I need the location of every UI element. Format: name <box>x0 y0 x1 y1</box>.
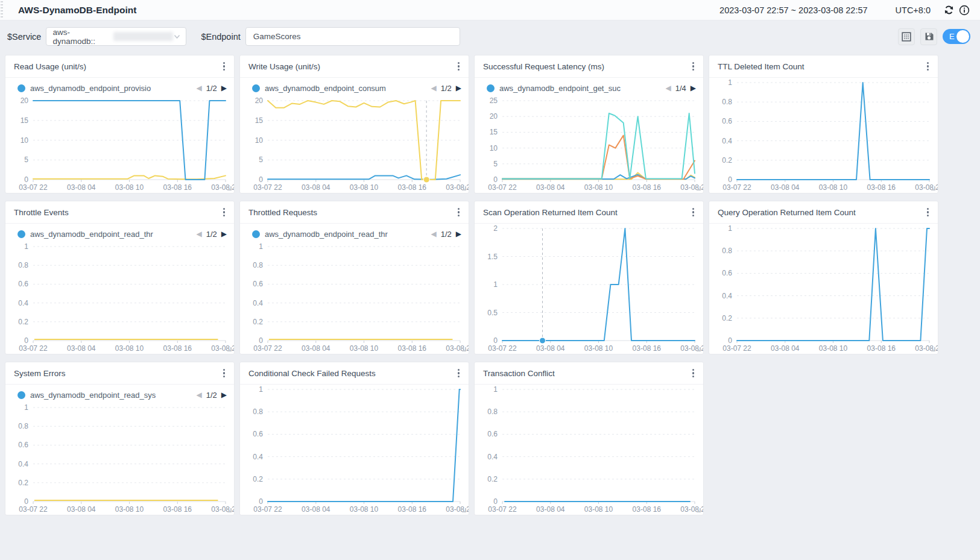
kebab-menu-icon[interactable] <box>925 59 931 73</box>
svg-text:20: 20 <box>490 112 498 121</box>
legend-prev-icon[interactable]: ◀ <box>431 230 436 238</box>
svg-text:03-08 16: 03-08 16 <box>398 344 427 353</box>
line-chart[interactable]: 00.511.5203-07 2203-08 0403-08 1003-08 1… <box>475 224 703 354</box>
kebab-menu-icon[interactable] <box>456 366 462 380</box>
resize-handle-icon[interactable] <box>931 347 935 351</box>
resize-handle-icon[interactable] <box>227 347 232 351</box>
service-label: $Service <box>7 32 41 42</box>
resize-handle-icon[interactable] <box>227 508 232 512</box>
kebab-menu-icon[interactable] <box>221 205 227 219</box>
legend-series-label[interactable]: aws_dynamodb_endpoint_read_thr <box>30 230 153 239</box>
svg-text:0: 0 <box>24 336 28 345</box>
legend-next-icon[interactable]: ▶ <box>221 391 227 398</box>
panel-title: Throttle Events <box>14 208 69 217</box>
line-chart[interactable]: 0510152003-07 2203-08 0403-08 1003-08 16… <box>5 96 234 193</box>
svg-text:0: 0 <box>24 497 28 506</box>
svg-text:0.4: 0.4 <box>18 460 28 468</box>
kebab-menu-icon[interactable] <box>456 205 462 219</box>
edit-mode-toggle[interactable]: E <box>943 29 970 44</box>
svg-text:20: 20 <box>255 96 264 105</box>
service-value: aws-dynamodb:: <box>52 28 112 46</box>
line-chart[interactable]: 00.20.40.60.8103-07 2203-08 0403-08 1003… <box>709 78 938 193</box>
kebab-menu-icon[interactable] <box>456 59 462 73</box>
svg-text:03-08 04: 03-08 04 <box>67 505 96 514</box>
service-select[interactable]: aws-dynamodb:: <box>46 27 186 46</box>
resize-handle-icon[interactable] <box>462 347 466 351</box>
legend-page-indicator: 1/2 <box>206 230 217 239</box>
legend-series-label[interactable]: aws_dynamodb_endpoint_provisio <box>30 84 151 93</box>
svg-text:0.2: 0.2 <box>253 475 263 483</box>
svg-text:25: 25 <box>490 96 498 105</box>
legend-series-label[interactable]: aws_dynamodb_endpoint_get_suc <box>499 84 621 93</box>
info-icon[interactable] <box>958 4 970 16</box>
line-chart[interactable]: 00.20.40.60.8103-07 2203-08 0403-08 1003… <box>709 224 938 354</box>
line-chart[interactable]: 00.20.40.60.8103-07 2203-08 0403-08 1003… <box>475 385 703 515</box>
endpoint-input[interactable] <box>245 27 460 46</box>
resize-handle-icon[interactable] <box>697 186 701 190</box>
legend: aws_dynamodb_endpoint_read_sys ◀ 1/2 ▶ <box>5 385 234 403</box>
svg-text:0.8: 0.8 <box>722 98 732 106</box>
line-chart[interactable]: 00.20.40.60.8103-07 2203-08 0403-08 1003… <box>5 242 234 354</box>
legend-next-icon[interactable]: ▶ <box>221 84 227 92</box>
resize-handle-icon[interactable] <box>931 186 935 190</box>
legend-series-label[interactable]: aws_dynamodb_endpoint_read_sys <box>30 391 156 400</box>
legend-prev-icon[interactable]: ◀ <box>431 84 436 92</box>
time-range[interactable]: 2023-03-07 22:57 ~ 2023-03-08 22:57 <box>719 5 868 15</box>
legend-prev-icon[interactable]: ◀ <box>196 391 201 398</box>
legend-page-indicator: 1/4 <box>675 84 686 93</box>
svg-text:0.4: 0.4 <box>722 137 732 145</box>
line-chart[interactable]: 0510152003-07 2203-08 0403-08 1003-08 16… <box>240 96 469 193</box>
legend-prev-icon[interactable]: ◀ <box>196 84 201 92</box>
chart-panel: System Errors aws_dynamodb_endpoint_read… <box>5 362 235 515</box>
line-chart[interactable]: 00.20.40.60.8103-07 2203-08 0403-08 1003… <box>5 403 234 515</box>
kebab-menu-icon[interactable] <box>691 366 697 380</box>
resize-handle-icon[interactable] <box>227 186 232 190</box>
svg-text:0.6: 0.6 <box>18 280 28 288</box>
resize-handle-icon[interactable] <box>462 508 466 512</box>
svg-text:03-08 04: 03-08 04 <box>536 505 565 514</box>
legend-next-icon[interactable]: ▶ <box>456 84 461 92</box>
save-button[interactable] <box>920 28 937 45</box>
legend-prev-icon[interactable]: ◀ <box>665 84 671 92</box>
drag-handle[interactable] <box>1 1 3 19</box>
panel-title: Conditional Check Failed Requests <box>248 369 376 378</box>
legend: aws_dynamodb_endpoint_read_thr ◀ 1/2 ▶ <box>240 224 469 242</box>
panel-title: Successful Request Latency (ms) <box>483 62 604 71</box>
timezone[interactable]: UTC+8:0 <box>896 5 931 15</box>
svg-text:1: 1 <box>493 385 498 394</box>
resize-handle-icon[interactable] <box>697 508 701 512</box>
line-chart[interactable]: 051015202503-07 2203-08 0403-08 1003-08 … <box>475 96 703 193</box>
refresh-icon[interactable] <box>943 4 955 16</box>
svg-text:03-08 10: 03-08 10 <box>115 344 144 353</box>
kebab-menu-icon[interactable] <box>925 205 931 219</box>
kebab-menu-icon[interactable] <box>691 205 697 219</box>
legend-next-icon[interactable]: ▶ <box>691 84 696 92</box>
svg-text:03-07 22: 03-07 22 <box>19 344 48 353</box>
svg-text:03-08 10: 03-08 10 <box>115 505 144 514</box>
legend-series-dot <box>487 84 495 92</box>
table-view-button[interactable] <box>898 28 915 45</box>
legend-next-icon[interactable]: ▶ <box>456 230 461 238</box>
resize-handle-icon[interactable] <box>697 347 701 351</box>
svg-text:2: 2 <box>493 224 498 233</box>
legend-next-icon[interactable]: ▶ <box>221 230 227 238</box>
kebab-menu-icon[interactable] <box>221 366 227 380</box>
svg-text:0: 0 <box>728 336 732 345</box>
svg-text:1: 1 <box>728 78 732 87</box>
kebab-menu-icon[interactable] <box>691 59 697 73</box>
line-chart[interactable]: 00.20.40.60.8103-07 2203-08 0403-08 1003… <box>240 385 469 515</box>
kebab-menu-icon[interactable] <box>221 59 227 73</box>
svg-text:0.6: 0.6 <box>722 269 732 277</box>
line-chart[interactable]: 00.20.40.60.8103-07 2203-08 0403-08 1003… <box>240 242 469 354</box>
svg-text:10: 10 <box>490 144 498 153</box>
panel-title: System Errors <box>14 369 66 378</box>
legend-series-label[interactable]: aws_dynamodb_endpoint_read_thr <box>265 230 388 239</box>
legend-series-label[interactable]: aws_dynamodb_endpoint_consum <box>265 84 386 93</box>
legend-prev-icon[interactable]: ◀ <box>196 230 201 238</box>
svg-text:03-08 16: 03-08 16 <box>867 183 896 192</box>
svg-text:03-08 10: 03-08 10 <box>350 344 379 353</box>
legend: aws_dynamodb_endpoint_consum ◀ 1/2 ▶ <box>240 78 469 96</box>
resize-handle-icon[interactable] <box>462 186 466 190</box>
censored-text <box>113 32 173 41</box>
svg-text:0.2: 0.2 <box>253 318 263 326</box>
